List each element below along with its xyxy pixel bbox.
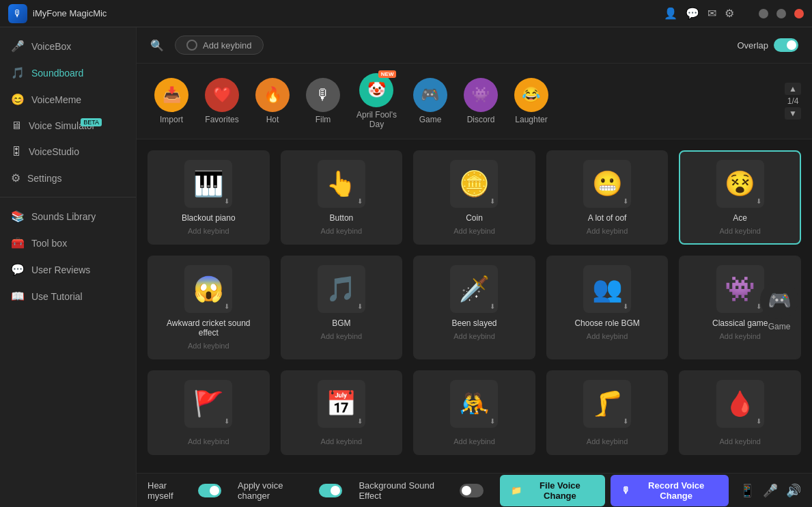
sound-card-row3-1[interactable]: 🚩 ⬇ Add keybind	[148, 370, 270, 455]
blackout-piano-keybind[interactable]: Add keybind	[188, 227, 229, 235]
sound-card-ace[interactable]: 😵 ⬇ Ace Add keybind	[679, 150, 801, 245]
sidebar-item-toolbox[interactable]: 🧰 Tool box	[0, 230, 136, 256]
row3-2-keybind[interactable]: Add keybind	[321, 437, 363, 446]
sidebar-item-sounds-library[interactable]: 📚 Sounds Library	[0, 203, 136, 230]
add-keybind-button[interactable]: Add keybind	[175, 36, 264, 55]
category-tab-hot[interactable]: 🔥 Hot	[249, 74, 296, 128]
file-voice-change-button[interactable]: 📁 File Voice Change	[500, 475, 606, 506]
sound-card-blackout-piano[interactable]: 🎹 ⬇ Blackout piano Add keybind	[148, 150, 270, 245]
overlap-section: Overlap	[737, 38, 798, 52]
sidebar-item-user-reviews[interactable]: 💬 User Reviews	[0, 256, 136, 283]
sound-card-coin[interactable]: 🪙 ⬇ Coin Add keybind	[413, 150, 535, 245]
classical-game-keybind[interactable]: Add keybind	[719, 332, 761, 340]
page-up-button[interactable]: ▲	[785, 83, 801, 95]
hear-myself-toggle[interactable]	[198, 484, 221, 497]
sidebar-item-label: VoiceStudio	[29, 146, 79, 157]
ace-name: Ace	[733, 213, 747, 223]
sidebar-item-use-tutorial[interactable]: 📖 Use Tutorial	[0, 283, 136, 310]
button-keybind[interactable]: Add keybind	[321, 227, 363, 235]
row3-1-keybind[interactable]: Add keybind	[188, 437, 229, 446]
category-tab-game[interactable]: 🎮 Game	[406, 74, 454, 128]
choose-role-bgm-keybind[interactable]: Add keybind	[587, 332, 628, 340]
sound-card-been-slayed[interactable]: 🗡️ ⬇ Been slayed Add keybind	[413, 256, 535, 359]
choose-role-bgm-name: Choose role BGM	[574, 318, 639, 328]
ace-keybind[interactable]: Add keybind	[719, 227, 761, 235]
a-lot-of-oof-image: 😬 ⬇	[583, 160, 631, 208]
awkward-cricket-keybind[interactable]: Add keybind	[188, 342, 229, 350]
title-bar: 🎙 iMyFone MagicMic 👤 💬 ✉ ⚙	[0, 0, 812, 27]
content-area: 🔍 Add keybind Overlap 📥 Import ❤️ Favori…	[137, 27, 812, 507]
record-voice-change-button[interactable]: 🎙 Record Voice Change	[611, 475, 729, 506]
close-button[interactable]	[794, 9, 804, 18]
awkward-cricket-name: Awkward cricket sound effect	[157, 318, 260, 338]
category-tab-discord[interactable]: 👾 Discord	[457, 74, 505, 128]
ace-image: 😵 ⬇	[716, 160, 764, 208]
chat-icon[interactable]: 💬	[686, 7, 699, 20]
overlap-toggle[interactable]	[774, 38, 798, 52]
bgm-keybind[interactable]: Add keybind	[321, 332, 363, 340]
sound-card-button[interactable]: 👆 ⬇ Button Add keybind	[281, 150, 403, 245]
phone-icon[interactable]: 📱	[740, 483, 755, 498]
sidebar: 🎤 VoiceBox 🎵 Soundboard 😊 VoiceMeme 🖥 Vo…	[0, 27, 137, 507]
sound-card-row3-3[interactable]: 🤼 ⬇ Add keybind	[413, 370, 535, 455]
april-fools-icon: 🤡 NEW	[359, 73, 393, 107]
sound-card-bgm[interactable]: 🎵 ⬇ BGM Add keybind	[281, 256, 403, 359]
sidebar-item-label: Use Tutorial	[31, 291, 83, 302]
minimize-button[interactable]	[759, 9, 768, 18]
bottom-bar: Hear myself Apply voice changer Backgrou…	[137, 473, 812, 507]
sidebar-item-voicebox[interactable]: 🎤 VoiceBox	[0, 33, 136, 59]
settings-icon[interactable]: ⚙	[725, 7, 734, 20]
button-name: Button	[330, 213, 354, 223]
maximize-button[interactable]	[776, 9, 786, 18]
hear-myself-label: Hear myself	[148, 480, 193, 501]
game-float-panel[interactable]: 🎮 Game	[760, 281, 798, 331]
sound-card-row3-2[interactable]: 📅 ⬇ Add keybind	[281, 370, 403, 455]
search-icon[interactable]: 🔍	[150, 39, 164, 52]
sidebar-item-label: User Reviews	[31, 264, 90, 275]
mail-icon[interactable]: ✉	[708, 7, 716, 20]
user-icon[interactable]: 👤	[664, 7, 677, 20]
row3-3-keybind[interactable]: Add keybind	[453, 437, 495, 446]
download-icon: ⬇	[357, 417, 363, 425]
coin-keybind[interactable]: Add keybind	[453, 227, 495, 235]
bg-sound-effect-label: Background Sound Effect	[359, 480, 454, 501]
bottom-actions: 📁 File Voice Change 🎙 Record Voice Chang…	[500, 475, 801, 506]
microphone-icon[interactable]: 🎤	[763, 483, 778, 498]
download-icon: ⬇	[623, 417, 628, 425]
speaker-icon[interactable]: 🔊	[786, 483, 801, 498]
been-slayed-keybind[interactable]: Add keybind	[453, 332, 495, 340]
category-tab-laughter[interactable]: 😂 Laughter	[507, 74, 555, 128]
blackout-piano-name: Blackout piano	[182, 213, 236, 223]
game-float-label: Game	[768, 322, 791, 331]
page-down-button[interactable]: ▼	[785, 107, 801, 120]
hear-myself-control: Hear myself	[148, 480, 221, 501]
bg-sound-effect-toggle[interactable]	[460, 484, 483, 497]
sound-card-row3-4[interactable]: 🦵 ⬇ Add keybind	[546, 370, 669, 455]
download-icon: ⬇	[490, 303, 495, 310]
row3-5-keybind[interactable]: Add keybind	[719, 437, 761, 446]
category-tab-import[interactable]: 📥 Import	[148, 74, 195, 128]
sidebar-item-voice-simulator[interactable]: 🖥 Voice Simulator BETA	[0, 113, 136, 139]
sound-card-a-lot-of-oof[interactable]: 😬 ⬇ A lot of oof Add keybind	[546, 150, 669, 245]
sidebar-item-settings[interactable]: ⚙ Settings	[0, 165, 136, 191]
top-bar: 🔍 Add keybind Overlap	[137, 27, 812, 64]
voicememe-icon: 😊	[11, 93, 25, 106]
row3-4-keybind[interactable]: Add keybind	[587, 437, 628, 446]
category-tab-favorites[interactable]: ❤️ Favorites	[198, 74, 246, 128]
sidebar-item-soundboard[interactable]: 🎵 Soundboard	[0, 59, 136, 86]
bg-sound-effect-control: Background Sound Effect	[359, 480, 483, 501]
a-lot-of-oof-name: A lot of oof	[588, 213, 627, 223]
category-tab-film[interactable]: 🎙 Film	[299, 74, 347, 128]
sound-card-row3-5[interactable]: 🩸 ⬇ Add keybind	[679, 370, 801, 455]
category-tab-april-fools[interactable]: 🤡 NEW April Fool'sDay	[350, 69, 404, 133]
sound-card-choose-role-bgm[interactable]: 👥 ⬇ Choose role BGM Add keybind	[546, 256, 669, 359]
apply-voice-changer-toggle[interactable]	[319, 484, 342, 497]
sound-card-awkward-cricket[interactable]: 😱 ⬇ Awkward cricket sound effect Add key…	[148, 256, 270, 359]
sidebar-item-voicememe[interactable]: 😊 VoiceMeme	[0, 86, 136, 113]
awkward-cricket-image: 😱 ⬇	[184, 265, 232, 313]
discord-label: Discord	[467, 115, 495, 124]
sidebar-item-voicestudio[interactable]: 🎛 VoiceStudio	[0, 139, 136, 165]
a-lot-of-oof-keybind[interactable]: Add keybind	[587, 227, 628, 235]
film-label: Film	[316, 115, 331, 124]
toolbox-icon: 🧰	[11, 236, 25, 249]
